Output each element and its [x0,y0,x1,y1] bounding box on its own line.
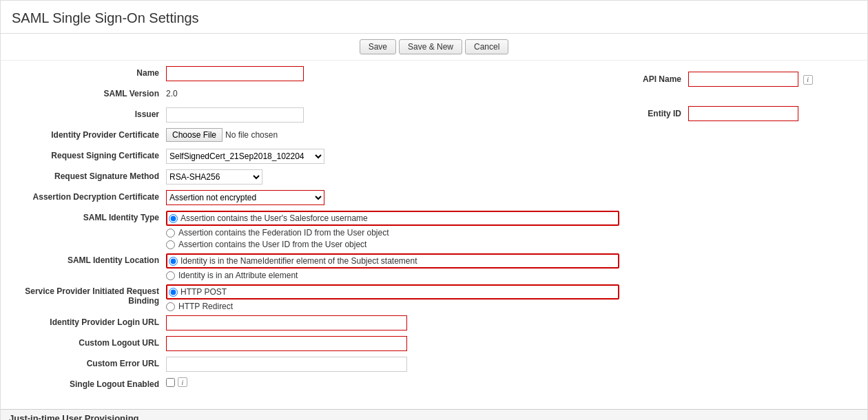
assertion-decryption-select[interactable]: Assertion not encrypted [166,190,324,205]
idp-login-url-label: Identity Provider Login URL [14,315,166,327]
top-save-button[interactable]: Save [360,39,396,54]
issuer-value [166,107,619,123]
saml-identity-location-option-1[interactable]: Identity is in an Attribute element [166,271,619,280]
custom-logout-url-input[interactable] [166,336,407,351]
single-logout-value: i [166,377,619,387]
form-section: Name SAML Version 2.0 Issuer [1,61,633,403]
assertion-decryption-value: Assertion not encrypted [166,190,619,205]
entity-id-row: Entity ID [633,106,854,121]
page-container: SAML Single Sign-On Settings Save Save &… [0,0,868,420]
entity-id-input[interactable] [688,106,798,121]
saml-identity-type-label-0: Assertion contains the User's Salesforce… [180,213,368,223]
req-sig-method-select[interactable]: RSA-SHA256 [166,169,262,185]
assertion-decryption-label: Assertion Decryption Certificate [14,190,166,202]
choose-file-button[interactable]: Choose File [166,128,223,142]
idp-login-url-row: Identity Provider Login URL [14,315,619,332]
sp-binding-row: Service Provider Initiated Request Bindi… [14,284,619,311]
api-name-row: API Name i [633,72,854,87]
name-value [166,66,619,81]
saml-version-row: SAML Version 2.0 [14,87,619,103]
entity-id-value [688,106,798,121]
sp-binding-option-1[interactable]: HTTP Redirect [166,302,619,311]
saml-identity-location-label-1: Identity is in an Attribute element [178,271,298,280]
api-name-label: API Name [633,74,688,84]
saml-identity-type-radio-1[interactable] [166,229,175,238]
single-logout-label: Single Logout Enabled [14,377,166,389]
right-section: API Name i Entity ID [633,61,867,403]
saml-identity-location-option-0[interactable]: Identity is in the NameIdentifier elemen… [166,253,619,269]
assertion-decryption-row: Assertion Decryption Certificate Asserti… [14,190,619,207]
saml-identity-location-label-0: Identity is in the NameIdentifier elemen… [180,256,417,266]
custom-logout-url-value [166,336,619,351]
sp-binding-radio-1[interactable] [166,302,175,311]
name-label: Name [14,66,166,78]
api-name-info-icon[interactable]: i [803,75,813,85]
req-sig-method-row: Request Signature Method RSA-SHA256 [14,169,619,186]
api-name-input[interactable] [688,72,798,87]
custom-error-url-label: Custom Error URL [14,357,166,368]
top-save-new-button[interactable]: Save & New [399,39,462,54]
saml-version-value: 2.0 [166,87,619,98]
issuer-label: Issuer [14,107,166,119]
saml-identity-type-options: Assertion contains the User's Salesforce… [166,211,619,249]
sp-binding-label: Service Provider Initiated Request Bindi… [14,284,166,306]
saml-identity-location-row: SAML Identity Location Identity is in th… [14,253,619,280]
saml-version-text: 2.0 [166,87,178,98]
saml-identity-type-label: SAML Identity Type [14,211,166,222]
idp-login-url-input[interactable] [166,315,407,330]
saml-identity-location-radio-1[interactable] [166,271,175,280]
sp-binding-option-0[interactable]: HTTP POST [166,284,619,300]
sp-binding-options: HTTP POST HTTP Redirect [166,284,619,311]
saml-identity-location-label: SAML Identity Location [14,253,166,265]
issuer-row: Issuer [14,107,619,124]
idp-cert-row: Identity Provider Certificate Choose Fil… [14,128,619,145]
jit-section-header: Just-in-time User Provisioning [1,409,867,420]
idp-login-url-value [166,315,619,330]
saml-identity-type-label-2: Assertion contains the User ID from the … [178,240,366,249]
sp-binding-label-0: HTTP POST [180,287,227,297]
req-sig-method-label: Request Signature Method [14,169,166,181]
custom-error-url-row: Custom Error URL [14,357,619,373]
saml-identity-type-radio-0[interactable] [169,214,178,223]
name-row: Name [14,66,619,83]
req-signing-cert-row: Request Signing Certificate SelfSignedCe… [14,149,619,165]
no-file-chosen-text: No file chosen [225,130,278,140]
saml-identity-type-radio-2[interactable] [166,240,175,249]
saml-identity-type-label-1: Assertion contains the Federation ID fro… [178,228,389,238]
idp-cert-label: Identity Provider Certificate [14,128,166,140]
page-title: SAML Single Sign-On Settings [1,1,867,34]
saml-identity-type-option-1[interactable]: Assertion contains the Federation ID fro… [166,228,619,238]
req-signing-cert-select[interactable]: SelfSignedCert_21Sep2018_102204 [166,149,324,164]
single-logout-row: Single Logout Enabled i [14,377,619,394]
custom-error-url-input[interactable] [166,357,407,372]
single-logout-checkbox[interactable] [166,378,175,387]
saml-identity-location-radio-0[interactable] [169,257,178,266]
req-signing-cert-label: Request Signing Certificate [14,149,166,160]
custom-logout-url-label: Custom Logout URL [14,336,166,348]
custom-logout-url-row: Custom Logout URL [14,336,619,353]
saml-identity-type-row: SAML Identity Type Assertion contains th… [14,211,619,249]
name-input[interactable] [166,66,304,81]
saml-identity-type-option-0[interactable]: Assertion contains the User's Salesforce… [166,211,619,226]
saml-version-label: SAML Version [14,87,166,98]
saml-identity-type-option-2[interactable]: Assertion contains the User ID from the … [166,240,619,249]
single-logout-info-icon[interactable]: i [178,377,187,387]
idp-cert-value: Choose File No file chosen [166,128,619,142]
entity-id-label: Entity ID [633,109,688,118]
issuer-input[interactable] [166,107,304,123]
api-name-value: i [688,72,813,87]
req-signing-cert-value: SelfSignedCert_21Sep2018_102204 [166,149,619,164]
top-toolbar: Save Save & New Cancel [1,34,867,61]
req-sig-method-value: RSA-SHA256 [166,169,619,185]
sp-binding-radio-0[interactable] [169,288,178,297]
main-layout: Name SAML Version 2.0 Issuer [1,61,867,403]
saml-identity-location-options: Identity is in the NameIdentifier elemen… [166,253,619,280]
custom-error-url-value [166,357,619,372]
top-cancel-button[interactable]: Cancel [465,39,508,54]
sp-binding-label-1: HTTP Redirect [178,302,233,311]
